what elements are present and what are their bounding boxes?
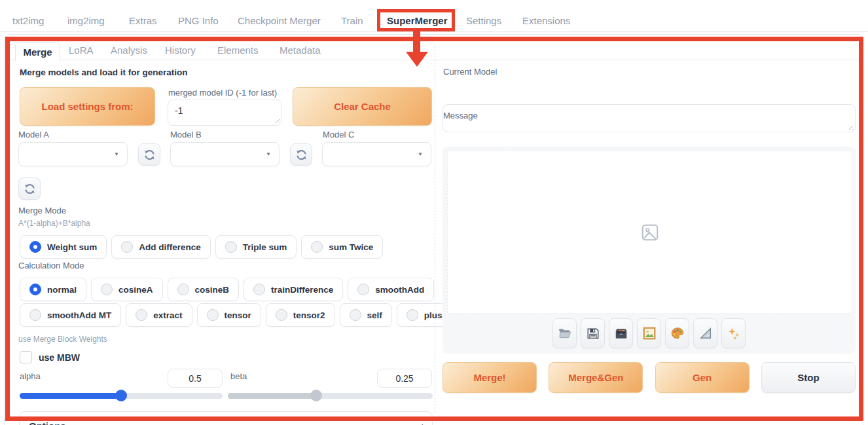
options-accordion-header[interactable]: Options ◀ bbox=[19, 411, 433, 425]
tab-supermerger[interactable]: SuperMerger bbox=[387, 15, 448, 26]
load-settings-button[interactable]: Load settings from: bbox=[20, 87, 155, 126]
radio-label: self bbox=[367, 310, 382, 320]
refresh-icon bbox=[143, 149, 156, 161]
tab-train[interactable]: Train bbox=[341, 15, 363, 26]
radio-traindifference[interactable]: trainDifference bbox=[244, 278, 343, 301]
open-folder-icon bbox=[558, 326, 572, 341]
tab-img2img[interactable]: img2img bbox=[67, 15, 105, 26]
subtab-metadata[interactable]: Metadata bbox=[280, 45, 321, 56]
radio-cosineb[interactable]: cosineB bbox=[168, 278, 240, 301]
send-to-img2img-button[interactable] bbox=[665, 318, 689, 348]
radio-label: cosineA bbox=[118, 285, 153, 295]
merged-id-label: merged model ID (-1 for last) bbox=[168, 88, 277, 98]
radio-cosinea[interactable]: cosineA bbox=[91, 278, 163, 301]
tab-extras[interactable]: Extras bbox=[129, 15, 157, 26]
radio-extract[interactable]: extract bbox=[126, 303, 192, 327]
save-button[interactable] bbox=[581, 318, 605, 348]
radio-off-icon bbox=[136, 309, 147, 321]
model-c-dropdown[interactable]: ▼ bbox=[322, 142, 431, 166]
beta-slider[interactable] bbox=[228, 393, 433, 399]
archive-box-icon bbox=[614, 326, 628, 341]
current-model-textarea[interactable] bbox=[443, 105, 855, 132]
radio-label: cosineB bbox=[195, 285, 230, 295]
radio-off-icon bbox=[225, 241, 237, 253]
message-label: Message bbox=[443, 111, 478, 120]
alpha-slider[interactable] bbox=[20, 393, 223, 399]
model-b-dropdown[interactable]: ▼ bbox=[170, 142, 280, 166]
radio-weight-sum[interactable]: Weight sum bbox=[20, 235, 107, 259]
current-model-box bbox=[443, 104, 856, 132]
radio-triple-sum[interactable]: Triple sum bbox=[215, 235, 297, 259]
column-divider bbox=[435, 39, 435, 413]
refresh-icon bbox=[24, 183, 36, 195]
beta-value-input[interactable] bbox=[378, 369, 431, 387]
radio-label: smoothAdd MT bbox=[47, 310, 111, 320]
gen-button[interactable]: Gen bbox=[655, 362, 750, 393]
image-placeholder-icon bbox=[640, 223, 660, 242]
tab-png-info[interactable]: PNG Info bbox=[178, 15, 219, 26]
refresh-model-b-button[interactable] bbox=[290, 143, 312, 166]
use-mbw-row: use MBW bbox=[20, 351, 80, 363]
tab-extensions[interactable]: Extensions bbox=[522, 15, 570, 26]
radio-label: normal bbox=[47, 285, 77, 295]
gallery-toolbar bbox=[552, 318, 746, 348]
beta-slider-fill bbox=[228, 393, 316, 399]
beta-slider-handle[interactable] bbox=[310, 390, 322, 401]
send-to-extras-button[interactable] bbox=[693, 318, 717, 348]
radio-tensor[interactable]: tensor bbox=[197, 303, 261, 327]
merge-button[interactable]: Merge! bbox=[443, 362, 537, 393]
action-button-row: Merge! Merge&Gen Gen Stop bbox=[443, 362, 856, 393]
refresh-model-a-button[interactable] bbox=[138, 143, 160, 166]
radio-on-icon bbox=[29, 284, 41, 295]
clear-cache-button[interactable]: Clear Cache bbox=[293, 87, 432, 126]
subtab-analysis[interactable]: Analysis bbox=[111, 45, 147, 56]
radio-off-icon bbox=[276, 309, 287, 321]
restore-faces-button[interactable] bbox=[721, 318, 746, 348]
tab-settings[interactable]: Settings bbox=[466, 15, 501, 26]
model-b-label: Model B bbox=[170, 130, 202, 139]
refresh-model-c-button[interactable] bbox=[18, 177, 41, 200]
send-to-image-button[interactable] bbox=[637, 318, 661, 348]
subtab-lora[interactable]: LoRA bbox=[69, 45, 94, 56]
chevron-down-icon: ▼ bbox=[114, 151, 119, 157]
options-label: Options bbox=[29, 420, 66, 425]
radio-add-difference[interactable]: Add difference bbox=[111, 235, 211, 259]
output-gallery bbox=[443, 147, 856, 354]
radio-label: smoothAdd bbox=[375, 285, 424, 295]
stop-button[interactable]: Stop bbox=[761, 362, 856, 393]
current-model-label: Current Model bbox=[443, 67, 497, 77]
subtab-elements[interactable]: Elements bbox=[217, 45, 259, 56]
beta-label: beta bbox=[230, 371, 247, 381]
radio-label: Triple sum bbox=[243, 242, 287, 252]
radio-smoothadd-mt[interactable]: smoothAdd MT bbox=[20, 303, 121, 327]
radio-self[interactable]: self bbox=[340, 303, 392, 327]
subtab-merge-label: Merge bbox=[23, 46, 52, 58]
palette-icon bbox=[670, 326, 685, 341]
subtab-underline bbox=[5, 60, 863, 60]
chevron-down-icon: ▼ bbox=[418, 151, 423, 157]
radio-off-icon bbox=[357, 284, 369, 295]
radio-tensor2[interactable]: tensor2 bbox=[266, 303, 335, 327]
calc-mode-radio-row1: normal cosineA cosineB trainDifference s… bbox=[20, 278, 434, 301]
gallery-image-area[interactable] bbox=[447, 151, 852, 314]
subtab-merge[interactable]: Merge bbox=[15, 42, 60, 61]
alpha-value-input[interactable] bbox=[168, 369, 222, 387]
merge-mode-radio-group: Weight sum Add difference Triple sum sum… bbox=[20, 235, 383, 259]
alpha-slider-handle[interactable] bbox=[115, 390, 127, 401]
tab-checkpoint-merger[interactable]: Checkpoint Merger bbox=[238, 15, 321, 26]
supermerger-page: txt2img img2img Extras PNG Info Checkpoi… bbox=[0, 0, 868, 425]
tab-txt2img[interactable]: txt2img bbox=[12, 15, 44, 26]
subtab-history[interactable]: History bbox=[165, 45, 196, 56]
merged-id-input[interactable]: -1 bbox=[168, 100, 281, 125]
radio-off-icon bbox=[177, 284, 189, 295]
open-folder-button[interactable] bbox=[552, 318, 577, 348]
radio-off-icon bbox=[311, 241, 323, 253]
save-zip-button[interactable] bbox=[609, 318, 633, 348]
radio-smoothadd[interactable]: smoothAdd bbox=[348, 278, 434, 301]
radio-sum-twice[interactable]: sum Twice bbox=[301, 235, 383, 259]
save-floppy-icon bbox=[586, 326, 600, 341]
model-a-dropdown[interactable]: ▼ bbox=[18, 142, 128, 166]
use-mbw-checkbox[interactable] bbox=[20, 351, 32, 363]
radio-normal[interactable]: normal bbox=[20, 278, 86, 301]
merge-gen-button[interactable]: Merge&Gen bbox=[549, 362, 643, 393]
